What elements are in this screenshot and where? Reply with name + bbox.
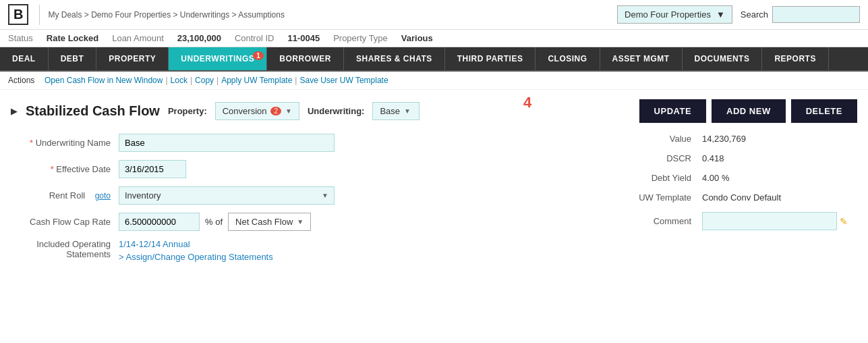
uw-template-label: UW Template [628,192,702,203]
loan-label: Loan Amount [112,33,164,43]
lock-link[interactable]: Lock [171,76,187,85]
status-label: Status [8,33,33,43]
uw-name-input[interactable] [119,134,335,152]
update-button[interactable]: UPDATE [639,99,706,123]
deal-name: Demo Four Properties [625,9,711,20]
search-label: Search [741,9,768,20]
tab-third-parties[interactable]: THIRD PARTIES [445,47,536,70]
top-bar: B My Deals > Demo Four Properties > Unde… [0,0,868,30]
tab-deal[interactable]: DEAL [0,47,49,70]
tab-underwritings[interactable]: UNDERWRITINGS 1 [169,47,267,70]
cashflow-inline: % of Net Cash Flow ▼ [119,213,311,231]
cashflow-label: Cash Flow Cap Rate [11,217,119,227]
form-row-cashflow: Cash Flow Cap Rate % of Net Cash Flow ▼ [11,213,601,231]
underwritings-badge: 1 [253,51,264,60]
control-value: 11-0045 [287,33,320,43]
add-new-button[interactable]: ADD NEW [712,99,786,123]
uw-template-value: Condo Conv Default [702,192,781,203]
action-buttons: UPDATE ADD NEW DELETE [639,99,857,123]
comment-label: Comment [628,216,702,226]
value-value: 14,230,769 [702,134,746,144]
loan-value: 23,100,000 [177,33,221,43]
underwriting-dropdown-label: Underwriting: [308,106,365,116]
underwriting-dropdown[interactable]: Base ▼ [372,102,419,120]
actions-bar: Actions Open Cash Flow in New Window | L… [0,72,868,90]
value-label: Value [628,134,702,144]
cashflow-type-chevron: ▼ [297,218,303,226]
dscr-value: 0.418 [702,153,724,163]
delete-button[interactable]: DELETE [791,99,857,123]
tab-debt[interactable]: DEBT [49,47,97,70]
form-left: Underwriting Name Effective Date Rent Ro… [11,134,601,270]
save-uw-link[interactable]: Save User UW Template [299,76,388,85]
underwriting-dropdown-value: Base [380,106,400,116]
pct-label: % of [205,217,223,227]
dscr-label: DSCR [628,153,702,163]
debt-yield-label: Debt Yield [628,173,702,183]
cashflow-type-dropdown[interactable]: Net Cash Flow ▼ [228,213,311,231]
form-row-name: Underwriting Name [11,134,601,152]
info-row-value: Value 14,230,769 [628,134,857,144]
apply-uw-link[interactable]: Apply UW Template [221,76,292,85]
breadcrumb: My Deals > Demo Four Properties > Underw… [48,10,617,20]
comment-input[interactable] [702,212,837,230]
statements-content: 1/14-12/14 Annual > Assign/Change Operat… [119,239,273,262]
actions-label: Actions [8,76,34,85]
tab-property[interactable]: PROPERTY [96,47,169,70]
comment-field-wrap: ✎ [702,212,848,230]
statements-sub-label: Statements [11,249,111,259]
rent-roll-goto[interactable]: goto [95,191,111,201]
info-row-debt-yield: Debt Yield 4.00 % [628,173,857,183]
property-dropdown-label: Property: [168,106,207,116]
search-input[interactable] [772,6,860,23]
deal-dropdown[interactable]: Demo Four Properties ▼ [617,5,732,24]
badge-4: 4 [523,94,531,111]
property-dropdown-badge: 2 [270,107,281,115]
main-content: 4 ▶ Stabilized Cash Flow Property: Conve… [0,90,868,280]
rent-roll-value: Inventory [125,190,318,201]
assign-statements-link[interactable]: > Assign/Change Operating Statements [119,252,273,262]
section-left: ▶ Stabilized Cash Flow Property: Convers… [11,102,631,120]
tab-borrower[interactable]: BORROWER [267,47,344,70]
cashflow-rate-input[interactable] [119,213,200,231]
property-dropdown-chevron: ▼ [285,107,292,115]
expand-arrow-icon[interactable]: ▶ [11,106,18,116]
tab-reports[interactable]: REPORTS [762,47,829,70]
tab-shares[interactable]: SHARES & CHATS [344,47,445,70]
rent-roll-label: Rent Roll goto [11,190,119,201]
cashflow-type-value: Net Cash Flow [235,217,293,227]
status-bar: Status Rate Locked Loan Amount 23,100,00… [0,30,868,47]
statements-value: 1/14-12/14 Annual [119,239,273,249]
statements-label-wrap: Included Operating Statements [11,239,119,259]
form-row-statements: Included Operating Statements 1/14-12/14… [11,239,601,262]
rent-roll-chevron: ▼ [322,192,328,199]
status-value: Rate Locked [47,33,98,43]
effective-date-input[interactable] [119,160,186,178]
open-cashflow-link[interactable]: Open Cash Flow in New Window [45,76,163,85]
form-row-date: Effective Date [11,160,601,178]
form-row-rent-roll: Rent Roll goto Inventory ▼ [11,186,601,205]
underwriting-dropdown-chevron: ▼ [404,107,411,115]
form-right: Value 14,230,769 DSCR 0.418 Debt Yield 4… [628,134,857,270]
debt-yield-value: 4.00 % [702,173,729,183]
tab-documents[interactable]: DOCUMENTS [683,47,763,70]
property-type-value: Various [401,33,433,43]
edit-icon[interactable]: ✎ [840,216,848,227]
section-title: Stabilized Cash Flow [26,103,160,119]
deal-selector: Demo Four Properties ▼ [617,5,732,24]
form-area: Underwriting Name Effective Date Rent Ro… [11,134,857,270]
nav-tabs: DEAL DEBT PROPERTY UNDERWRITINGS 1 BORRO… [0,47,868,72]
info-row-comment: Comment ✎ [628,212,857,230]
effective-date-label: Effective Date [11,164,119,174]
rent-roll-dropdown[interactable]: Inventory ▼ [119,186,335,205]
info-row-dscr: DSCR 0.418 [628,153,857,163]
property-dropdown[interactable]: Conversion 2 ▼ [215,102,299,120]
statements-label: Included Operating [11,239,111,249]
copy-link[interactable]: Copy [195,76,214,85]
property-type-label: Property Type [333,33,388,43]
section-header: ▶ Stabilized Cash Flow Property: Convers… [11,99,857,123]
dropdown-arrow-icon: ▼ [716,9,725,20]
tab-asset-mgmt[interactable]: ASSET MGMT [600,47,683,70]
property-dropdown-value: Conversion [223,106,267,116]
tab-closing[interactable]: CLOSING [536,47,600,70]
